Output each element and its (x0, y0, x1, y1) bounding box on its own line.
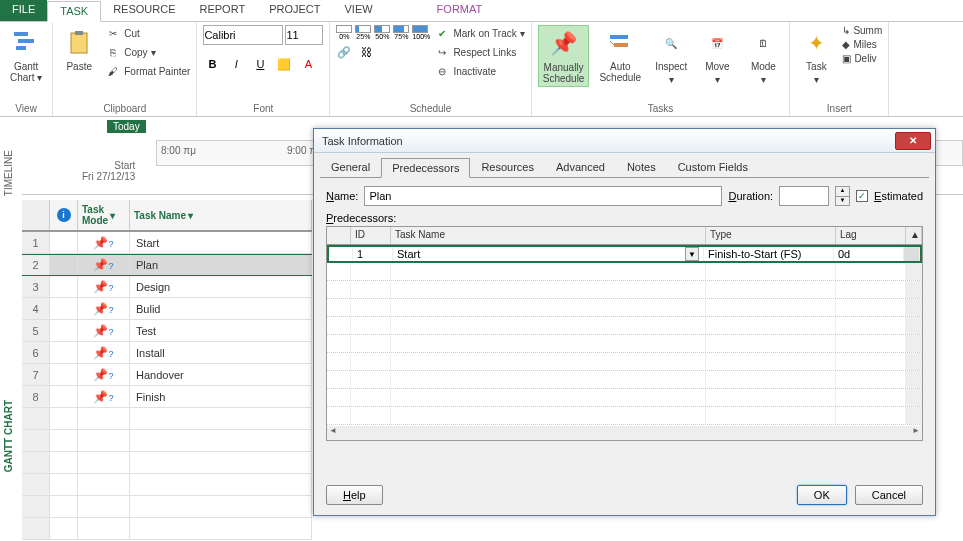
tab-project[interactable]: PROJECT (257, 0, 332, 21)
svg-rect-4 (75, 31, 83, 35)
move-button[interactable]: 📅 Move▾ (697, 25, 737, 87)
row-num[interactable]: 4 (22, 298, 50, 319)
copy-button[interactable]: ⎘Copy ▾ (105, 44, 190, 60)
tab-file[interactable]: FILE (0, 0, 47, 21)
row-task-name[interactable]: Bulid (130, 298, 312, 319)
italic-button[interactable]: I (227, 55, 245, 73)
row-task-name[interactable]: Design (130, 276, 312, 297)
pct-50[interactable]: 50% (374, 25, 390, 40)
gh-name[interactable]: Task Name ▾ (130, 200, 312, 230)
row-num[interactable]: 6 (22, 342, 50, 363)
gantt-chart-button[interactable]: GanttChart ▾ (6, 25, 46, 85)
dialog-titlebar[interactable]: Task Information ✕ (314, 129, 935, 153)
row-task-name[interactable]: Test (130, 320, 312, 341)
row-num[interactable]: 3 (22, 276, 50, 297)
mark-on-track-button[interactable]: ✔Mark on Track ▾ (434, 25, 524, 41)
dlg-tab-predecessors[interactable]: Predecessors (381, 158, 470, 178)
row-task-name[interactable]: Finish (130, 386, 312, 407)
font-color-button[interactable]: A (299, 55, 317, 73)
pred-name-cell[interactable]: Start▼ (393, 247, 704, 261)
deliverable-button[interactable]: ▣ Deliv (842, 53, 882, 64)
pth-type[interactable]: Type (706, 227, 836, 244)
task-row-6[interactable]: 6 📌? Install (22, 342, 312, 364)
gantt-chart-label: GanttChart ▾ (10, 61, 42, 83)
row-task-name[interactable]: Install (130, 342, 312, 363)
dlg-tab-advanced[interactable]: Advanced (545, 157, 616, 177)
pred-row-1[interactable]: 1 Start▼ Finish-to-Start (FS) 0d (327, 245, 922, 263)
pth-id[interactable]: ID (351, 227, 391, 244)
row-task-name[interactable]: Start (130, 232, 312, 253)
task-row-3[interactable]: 3 📌? Design (22, 276, 312, 298)
ok-button[interactable]: OK (797, 485, 847, 505)
task-row-2[interactable]: 2 📌? Plan (22, 254, 312, 276)
fill-color-button[interactable]: 🟨 (275, 55, 293, 73)
predecessors-table: ID Task Name Type Lag ▲ 1 Start▼ Finish-… (326, 226, 923, 441)
gh-mode[interactable]: TaskMode ▾ (78, 200, 130, 230)
font-family-select[interactable] (203, 25, 283, 45)
task-row-7[interactable]: 7 📌? Handover (22, 364, 312, 386)
summary-button[interactable]: ↳ Summ (842, 25, 882, 36)
duration-spinner[interactable]: ▲▼ (835, 186, 850, 206)
svg-rect-1 (18, 39, 34, 43)
pth-select[interactable] (327, 227, 351, 244)
tab-task[interactable]: TASK (47, 1, 101, 22)
task-name-input[interactable] (364, 186, 722, 206)
tab-format[interactable]: FORMAT (425, 0, 495, 21)
cancel-button[interactable]: Cancel (855, 485, 923, 505)
font-size-select[interactable] (285, 25, 323, 45)
help-button[interactable]: Help (326, 485, 383, 505)
dlg-tab-resources[interactable]: Resources (470, 157, 545, 177)
row-num[interactable]: 2 (22, 255, 50, 275)
auto-icon (604, 27, 636, 59)
grid-header: i TaskMode ▾ Task Name ▾ (22, 200, 312, 232)
mode-button[interactable]: 🗓 Mode▾ (743, 25, 783, 87)
bold-button[interactable]: B (203, 55, 221, 73)
group-schedule-label: Schedule (336, 103, 524, 116)
gh-info[interactable]: i (50, 200, 78, 230)
inactivate-button[interactable]: ⊖Inactivate (434, 63, 524, 79)
dlg-tab-general[interactable]: General (320, 157, 381, 177)
unlink-icon[interactable]: ⛓ (358, 44, 374, 60)
pct-25[interactable]: 25% (355, 25, 371, 40)
today-badge: Today (107, 120, 146, 133)
inspect-button[interactable]: 🔍 Inspect▾ (651, 25, 691, 87)
manually-schedule-button[interactable]: 📌 ManuallySchedule (538, 25, 590, 87)
underline-button[interactable]: U (251, 55, 269, 73)
row-num[interactable]: 7 (22, 364, 50, 385)
row-num[interactable]: 5 (22, 320, 50, 341)
pth-name[interactable]: Task Name (391, 227, 706, 244)
task-row-5[interactable]: 5 📌? Test (22, 320, 312, 342)
dlg-tab-custom[interactable]: Custom Fields (667, 157, 759, 177)
gh-rowselect[interactable] (22, 200, 50, 230)
estimated-checkbox[interactable]: ✓ (856, 190, 868, 202)
group-schedule: 0% 25% 50% 75% 100% 🔗 ⛓ ✔Mark on Track ▾… (330, 22, 531, 116)
cut-button[interactable]: ✂Cut (105, 25, 190, 41)
task-row-1[interactable]: 1 📌? Start (22, 232, 312, 254)
pct-100[interactable]: 100% (412, 25, 428, 40)
close-button[interactable]: ✕ (895, 132, 931, 150)
row-task-name[interactable]: Plan (130, 255, 312, 275)
pct-0[interactable]: 0% (336, 25, 352, 40)
pct-75[interactable]: 75% (393, 25, 409, 40)
group-tasks-label: Tasks (538, 103, 784, 116)
task-insert-button[interactable]: ✦ Task▾ (796, 25, 836, 87)
row-task-name[interactable]: Handover (130, 364, 312, 385)
row-num[interactable]: 1 (22, 232, 50, 253)
row-mode-icon: 📌? (78, 232, 130, 253)
task-row-8[interactable]: 8 📌? Finish (22, 386, 312, 408)
pth-lag[interactable]: Lag (836, 227, 906, 244)
link-icon[interactable]: 🔗 (336, 44, 352, 60)
respect-links-button[interactable]: ↪Respect Links (434, 44, 524, 60)
duration-input[interactable] (779, 186, 829, 206)
task-row-4[interactable]: 4 📌? Bulid (22, 298, 312, 320)
auto-schedule-button[interactable]: AutoSchedule (595, 25, 645, 85)
dlg-tab-notes[interactable]: Notes (616, 157, 667, 177)
tab-report[interactable]: REPORT (188, 0, 258, 21)
paste-button[interactable]: Paste (59, 25, 99, 74)
milestone-button[interactable]: ◆ Miles (842, 39, 882, 50)
format-painter-button[interactable]: 🖌Format Painter (105, 63, 190, 79)
chevron-down-icon[interactable]: ▼ (685, 247, 699, 261)
tab-view[interactable]: VIEW (332, 0, 384, 21)
tab-resource[interactable]: RESOURCE (101, 0, 187, 21)
row-num[interactable]: 8 (22, 386, 50, 407)
